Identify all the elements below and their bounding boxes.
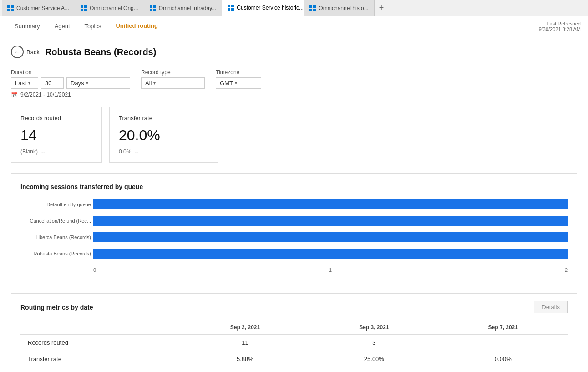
duration-unit-select[interactable]: Days ▾ [66, 77, 130, 89]
grid-icon [150, 5, 156, 11]
tab-customer-service-a[interactable]: Customer Service A... [2, 0, 75, 16]
nav-bar: Summary Agent Topics Unified routing Las… [0, 16, 588, 36]
svg-rect-10 [150, 9, 152, 11]
grid-icon [309, 5, 316, 11]
nav-summary[interactable]: Summary [7, 16, 47, 36]
filters-row: Duration Last ▾ 30 Days ▾ Record type Al… [11, 69, 577, 89]
chevron-down-icon: ▾ [235, 81, 237, 86]
nav-unified-routing[interactable]: Unified routing [108, 16, 165, 36]
record-type-filter: Record type All ▾ [141, 69, 205, 89]
metrics-header: Routing metrics by date Details [20, 301, 568, 313]
svg-rect-4 [81, 5, 83, 8]
svg-rect-1 [11, 5, 14, 8]
tab-omnichannel-intraday[interactable]: Omnichannel Intraday... [144, 0, 223, 16]
svg-rect-15 [231, 8, 234, 11]
duration-prefix-select[interactable]: Last ▾ [11, 77, 38, 89]
cards-row: Records routed 14 (Blank) -- Transfer ra… [11, 107, 577, 163]
duration-value-input[interactable]: 30 [41, 77, 64, 89]
row-val-2: 25.00% [309, 351, 438, 367]
back-header: ← Back Robusta Beans (Records) [11, 46, 577, 58]
chart-axis: 0 1 2 [93, 265, 568, 273]
card-sub-transfer: 0.0% -- [119, 148, 209, 155]
table-header-row: Sep 2, 2021 Sep 3, 2021 Sep 7, 2021 [20, 321, 568, 335]
col-header-label [20, 321, 181, 335]
add-tab-button[interactable]: + [375, 0, 389, 16]
content-area: ← Back Robusta Beans (Records) Duration … [0, 36, 588, 372]
bar-fill [93, 249, 568, 259]
svg-rect-13 [231, 5, 234, 7]
bar-row: Liberca Beans (Records) [93, 232, 568, 242]
chart-section: Incoming sessions transferred by queue D… [11, 173, 577, 282]
metrics-table: Sep 2, 2021 Sep 3, 2021 Sep 7, 2021 Reco… [20, 321, 568, 367]
svg-rect-19 [313, 9, 316, 11]
tab-omnichannel-ongoing[interactable]: Omnichannel Ong... [75, 0, 144, 16]
metrics-section: Routing metrics by date Details Sep 2, 2… [11, 293, 577, 372]
row-label: Transfer rate [20, 351, 181, 367]
back-circle-icon: ← [11, 46, 24, 58]
col-header-sep7: Sep 7, 2021 [439, 321, 568, 335]
row-val-2: 3 [309, 335, 438, 351]
bar-fill [93, 232, 568, 242]
table-row: Records routed 11 3 [20, 335, 568, 351]
back-button[interactable]: ← Back [11, 46, 40, 58]
svg-rect-12 [228, 5, 230, 7]
svg-rect-16 [309, 5, 312, 8]
row-val-3 [439, 335, 568, 351]
timezone-filter: Timezone GMT ▾ [216, 69, 261, 89]
duration-filter: Duration Last ▾ 30 Days ▾ [11, 69, 130, 89]
svg-rect-0 [7, 5, 10, 8]
svg-rect-18 [309, 9, 312, 11]
tab-bar: Customer Service A... Omnichannel Ong...… [0, 0, 588, 16]
bar-row: Cancellation/Refund (Rec... [93, 216, 568, 226]
bar-row: Robusta Beans (Records) [93, 249, 568, 259]
transfer-rate-card: Transfer rate 20.0% 0.0% -- [109, 107, 218, 163]
chevron-down-icon: ▾ [86, 81, 88, 86]
svg-rect-9 [153, 5, 156, 8]
row-val-1: 5.88% [181, 351, 309, 367]
metrics-table-wrapper: Sep 2, 2021 Sep 3, 2021 Sep 7, 2021 Reco… [20, 321, 568, 367]
details-button[interactable]: Details [534, 301, 568, 313]
bar-row: Default entity queue [93, 199, 568, 209]
tab-omnichannel-histo[interactable]: Omnichannel histo... [304, 0, 374, 16]
svg-rect-17 [313, 5, 316, 8]
timezone-select[interactable]: GMT ▾ [216, 77, 261, 89]
col-header-sep2: Sep 2, 2021 [181, 321, 309, 335]
svg-rect-3 [11, 9, 14, 11]
duration-controls: Last ▾ 30 Days ▾ [11, 77, 130, 89]
calendar-icon: 📅 [11, 92, 18, 98]
nav-topics[interactable]: Topics [77, 16, 109, 36]
svg-rect-11 [153, 9, 156, 11]
col-header-sep3: Sep 3, 2021 [309, 321, 438, 335]
records-routed-card: Records routed 14 (Blank) -- [11, 107, 102, 163]
page-title: Robusta Beans (Records) [45, 47, 157, 57]
row-val-1: 11 [181, 335, 309, 351]
svg-rect-14 [228, 8, 230, 11]
nav-agent[interactable]: Agent [47, 16, 77, 36]
chevron-down-icon: ▾ [28, 81, 30, 86]
row-label: Records routed [20, 335, 181, 351]
chevron-down-icon: ▾ [153, 81, 156, 86]
last-refreshed: Last Refreshed 9/30/2021 8:28 AM [539, 21, 581, 32]
grid-icon [228, 5, 234, 11]
record-type-select[interactable]: All ▾ [141, 77, 205, 89]
svg-rect-6 [81, 9, 83, 11]
row-val-3: 0.00% [439, 351, 568, 367]
svg-rect-7 [84, 9, 87, 11]
bar-fill [93, 216, 568, 226]
grid-icon [81, 5, 87, 11]
grid-icon [7, 5, 14, 11]
svg-rect-2 [7, 9, 10, 11]
svg-rect-8 [150, 5, 152, 8]
tab-customer-service-historic[interactable]: Customer Service historic... ✕ [222, 0, 304, 16]
card-sub-records: (Blank) -- [20, 148, 92, 155]
bar-fill [93, 199, 568, 209]
table-row: Transfer rate 5.88% 25.00% 0.00% [20, 351, 568, 367]
bar-chart: Default entity queue Cancellation/Refund… [20, 199, 568, 273]
date-range: 📅 9/2/2021 - 10/1/2021 [11, 92, 577, 98]
svg-rect-5 [84, 5, 87, 8]
